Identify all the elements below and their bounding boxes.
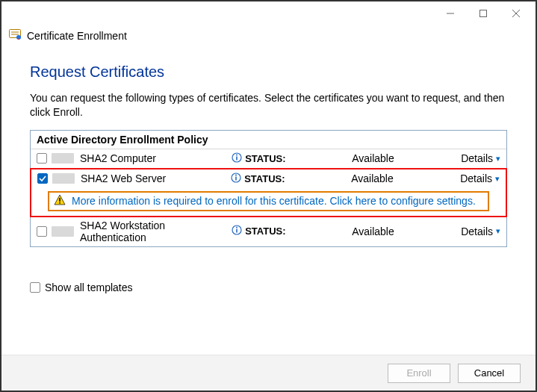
svg-point-10: [236, 154, 238, 155]
chevron-down-icon: ▾: [496, 154, 500, 164]
status-cell: STATUS:: [232, 225, 347, 237]
window-title: Certificate Enrollment: [27, 30, 127, 42]
cancel-button[interactable]: Cancel: [458, 364, 521, 383]
warning-icon: [54, 194, 66, 208]
status-label: STATUS:: [244, 173, 285, 184]
minimize-button[interactable]: [434, 3, 467, 24]
show-all-checkbox[interactable]: [30, 282, 40, 293]
close-button[interactable]: [500, 3, 533, 24]
svg-point-13: [235, 174, 237, 175]
status-cell: STATUS:: [231, 172, 347, 185]
policy-group: Active Directory Enrollment Policy SHA2 …: [30, 130, 507, 247]
info-icon: [232, 225, 242, 237]
details-toggle[interactable]: Details ▾: [461, 152, 500, 164]
status-cell: STATUS:: [232, 152, 347, 165]
certificate-checkbox[interactable]: [37, 173, 48, 184]
policy-header: Active Directory Enrollment Policy: [31, 131, 506, 149]
content-area: Request Certificates You can request the…: [1, 50, 536, 293]
certificate-row-selected: SHA2 Web Server STATUS: Available Detail…: [30, 168, 507, 217]
status-value: Available: [352, 152, 456, 164]
warning-bar[interactable]: More information is required to enroll f…: [48, 191, 489, 211]
status-label: STATUS:: [245, 225, 285, 237]
chevron-down-icon: ▾: [496, 226, 500, 236]
certificate-name: SHA2 Workstation Authentication: [78, 220, 227, 243]
status-value: Available: [352, 225, 456, 237]
show-all-templates[interactable]: Show all templates: [30, 281, 507, 293]
details-toggle[interactable]: Details ▾: [460, 172, 500, 184]
maximize-button[interactable]: [467, 3, 500, 24]
svg-rect-12: [235, 176, 237, 180]
certificate-row[interactable]: SHA2 Workstation Authentication STATUS: …: [31, 217, 506, 246]
chevron-down-icon: ▾: [495, 174, 500, 184]
show-all-label: Show all templates: [45, 281, 133, 293]
status-label: STATUS:: [245, 153, 285, 164]
certificate-icon: [9, 28, 22, 43]
svg-rect-14: [59, 198, 60, 202]
certificate-row[interactable]: SHA2 Web Server STATUS: Available Detail…: [31, 169, 506, 188]
warning-link[interactable]: More information is required to enroll f…: [72, 195, 476, 207]
footer: Enroll Cancel: [1, 355, 536, 391]
redacted-org-prefix: [52, 226, 74, 237]
redacted-org-prefix: [52, 173, 75, 184]
status-value: Available: [351, 172, 456, 184]
info-icon: [231, 172, 241, 185]
certificate-checkbox[interactable]: [37, 153, 47, 164]
svg-rect-15: [59, 202, 60, 204]
svg-point-18: [236, 227, 238, 228]
redacted-org-prefix: [52, 153, 74, 164]
details-toggle[interactable]: Details ▾: [461, 225, 500, 237]
page-heading: Request Certificates: [30, 63, 507, 81]
certificate-name: SHA2 Computer: [78, 152, 227, 164]
svg-rect-9: [236, 156, 238, 160]
svg-rect-17: [236, 229, 238, 233]
certificate-checkbox[interactable]: [37, 226, 47, 237]
page-instruction: You can request the following types of c…: [30, 91, 507, 119]
svg-rect-1: [480, 10, 487, 17]
title-bar: [1, 1, 536, 25]
info-icon: [232, 152, 242, 165]
certificate-row[interactable]: SHA2 Computer STATUS: Available Details …: [31, 149, 506, 169]
window-header: Certificate Enrollment: [1, 25, 536, 50]
enroll-button[interactable]: Enroll: [388, 364, 450, 383]
certificate-name: SHA2 Web Server: [79, 172, 226, 184]
